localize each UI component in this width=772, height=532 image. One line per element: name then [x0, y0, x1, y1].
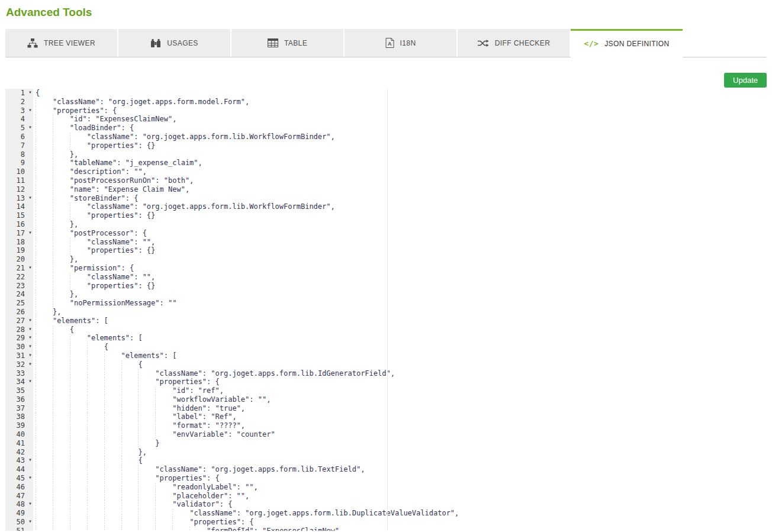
code-line[interactable]: },: [33, 308, 767, 317]
tab-i18n[interactable]: A I18N: [345, 29, 456, 57]
code-line[interactable]: "tableName": "j_expense_claim",: [33, 159, 767, 167]
code-line[interactable]: "noPermissionMessage": "": [33, 299, 767, 308]
code-line[interactable]: "postProcessor": {: [33, 229, 767, 238]
gutter-line-number: 42: [5, 448, 33, 457]
code-line[interactable]: "elements": [: [33, 334, 767, 343]
code-line[interactable]: "className": "org.joget.apps.form.model.…: [33, 98, 767, 107]
fold-toggle-icon[interactable]: ▾: [28, 499, 32, 508]
tab-usages[interactable]: USAGES: [118, 29, 230, 57]
code-line[interactable]: },: [33, 448, 767, 457]
code-line[interactable]: "validator": {: [33, 500, 767, 509]
code-line[interactable]: },: [33, 290, 767, 299]
fold-toggle-icon[interactable]: ▾: [28, 325, 32, 334]
gutter-line-number: 29▾: [5, 334, 33, 343]
code-line[interactable]: },: [33, 220, 767, 229]
editor-gutter: 1▾23▾45▾678910111213▾14151617▾18192021▾2…: [5, 89, 33, 531]
gutter-line-number: 46: [5, 483, 33, 492]
tab-table[interactable]: TABLE: [231, 29, 343, 57]
code-line[interactable]: "name": "Expense Claim New",: [33, 185, 767, 194]
gutter-line-number: 47: [5, 492, 33, 501]
code-line[interactable]: "properties": {}: [33, 282, 767, 291]
gutter-line-number: 48▾: [5, 500, 33, 509]
gutter-line-number: 32▾: [5, 360, 33, 369]
gutter-line-number: 49: [5, 509, 33, 518]
code-line[interactable]: "id": "ref",: [33, 386, 767, 395]
fold-toggle-icon[interactable]: ▾: [28, 123, 32, 132]
code-line[interactable]: },: [33, 150, 767, 159]
code-line[interactable]: "id": "ExpensesClaimNew",: [33, 115, 767, 124]
code-line[interactable]: {: [33, 456, 767, 465]
code-line[interactable]: "properties": {: [33, 518, 767, 527]
tab-diff-checker[interactable]: DIFF CHECKER: [458, 29, 570, 57]
code-line[interactable]: "placeholder": "",: [33, 492, 767, 501]
fold-toggle-icon[interactable]: ▾: [28, 342, 32, 351]
gutter-line-number: 14: [5, 202, 33, 211]
gutter-line-number: 39: [5, 421, 33, 430]
gutter-line-number: 37: [5, 404, 33, 413]
gutter-line-number: 31▾: [5, 352, 33, 360]
code-line[interactable]: "elements": [: [33, 317, 767, 325]
code-line[interactable]: "label": "Ref",: [33, 412, 767, 421]
gutter-line-number: 50▾: [5, 518, 33, 527]
gutter-line-number: 19: [5, 246, 33, 255]
gutter-line-number: 40: [5, 430, 33, 439]
fold-toggle-icon[interactable]: ▾: [28, 456, 32, 465]
fold-toggle-icon[interactable]: ▾: [28, 228, 32, 237]
json-definition-editor[interactable]: 1▾23▾45▾678910111213▾14151617▾18192021▾2…: [5, 89, 767, 531]
code-line[interactable]: "className": "org.joget.apps.form.lib.Te…: [33, 465, 767, 474]
gutter-line-number: 34▾: [5, 378, 33, 386]
code-line[interactable]: "properties": {: [33, 474, 767, 483]
gutter-line-number: 28▾: [5, 325, 33, 334]
code-line[interactable]: "format": "????",: [33, 421, 767, 430]
editor-code[interactable]: { "className": "org.joget.apps.form.mode…: [33, 89, 767, 531]
code-line[interactable]: {: [33, 343, 767, 352]
code-line[interactable]: "properties": {: [33, 378, 767, 386]
fold-toggle-icon[interactable]: ▾: [28, 377, 32, 386]
gutter-line-number: 35: [5, 386, 33, 395]
gutter-line-number: 23: [5, 282, 33, 291]
code-line[interactable]: "elements": [: [33, 352, 767, 360]
fold-toggle-icon[interactable]: ▾: [28, 106, 32, 115]
code-line[interactable]: },: [33, 255, 767, 264]
code-line[interactable]: "properties": {: [33, 107, 767, 115]
code-line[interactable]: "className": "",: [33, 238, 767, 247]
fold-toggle-icon[interactable]: ▾: [28, 89, 32, 97]
code-line[interactable]: {: [33, 89, 767, 98]
code-line[interactable]: "permission": {: [33, 264, 767, 273]
code-line[interactable]: {: [33, 325, 767, 334]
code-line[interactable]: }: [33, 439, 767, 448]
fold-toggle-icon[interactable]: ▾: [28, 316, 32, 325]
code-line[interactable]: "className": "",: [33, 273, 767, 282]
code-line[interactable]: {: [33, 360, 767, 369]
code-line[interactable]: "workflowVariable": "",: [33, 395, 767, 404]
code-line[interactable]: "readonlyLabel": "",: [33, 483, 767, 492]
update-button[interactable]: Update: [724, 73, 767, 88]
gutter-line-number: 20: [5, 255, 33, 264]
code-line[interactable]: "hidden": "true",: [33, 404, 767, 413]
code-line[interactable]: "className": "org.joget.apps.form.lib.Id…: [33, 369, 767, 378]
gutter-line-number: 22: [5, 273, 33, 282]
code-line[interactable]: "properties": {}: [33, 246, 767, 255]
fold-toggle-icon[interactable]: ▾: [28, 360, 32, 369]
code-line[interactable]: "storeBinder": {: [33, 194, 767, 203]
code-line[interactable]: "className": "org.joget.apps.form.lib.Du…: [33, 509, 767, 518]
fold-toggle-icon[interactable]: ▾: [28, 517, 32, 526]
code-line[interactable]: "loadBinder": {: [33, 124, 767, 133]
fold-toggle-icon[interactable]: ▾: [28, 473, 32, 482]
code-line[interactable]: "envVariable": "counter": [33, 430, 767, 439]
fold-toggle-icon[interactable]: ▾: [28, 351, 32, 360]
code-line[interactable]: "description": "",: [33, 167, 767, 176]
code-line[interactable]: "className": "org.joget.apps.form.lib.Wo…: [33, 133, 767, 141]
tab-json-definition[interactable]: </> JSON DEFINITION: [571, 29, 683, 57]
fold-toggle-icon[interactable]: ▾: [28, 194, 32, 202]
code-line[interactable]: "postProcessorRunOn": "both",: [33, 176, 767, 185]
gutter-line-number: 7: [5, 141, 33, 150]
code-line[interactable]: "formDefId": "ExpensesClaimNew",: [33, 527, 767, 531]
code-line[interactable]: "properties": {}: [33, 141, 767, 150]
gutter-line-number: 9: [5, 159, 33, 167]
code-line[interactable]: "properties": {}: [33, 211, 767, 220]
fold-toggle-icon[interactable]: ▾: [28, 333, 32, 342]
tab-tree-viewer[interactable]: TREE VIEWER: [5, 29, 117, 57]
code-line[interactable]: "className": "org.joget.apps.form.lib.Wo…: [33, 202, 767, 211]
fold-toggle-icon[interactable]: ▾: [28, 263, 32, 272]
